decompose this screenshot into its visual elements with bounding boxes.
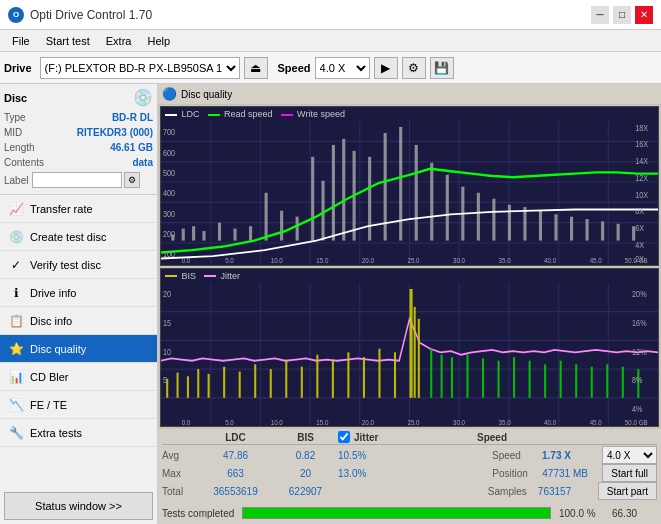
svg-rect-40 [508,205,511,241]
svg-rect-103 [347,352,349,397]
position-value: 47731 MB [542,468,602,479]
title-controls[interactable]: ─ □ ✕ [591,6,653,24]
disc-label-row: Label ⚙ [4,172,153,188]
drive-select[interactable]: (F:) PLEXTOR BD-R PX-LB950SA 1.06 [40,57,240,79]
svg-rect-93 [197,369,199,398]
app-icon: O [8,7,24,23]
svg-rect-106 [394,352,396,397]
eject-button[interactable]: ⏏ [244,57,268,79]
menu-file[interactable]: File [4,33,38,49]
status-extra: 66.30 [612,508,657,519]
svg-text:300: 300 [163,209,176,219]
svg-text:8%: 8% [632,375,643,385]
progress-bar-container [242,507,551,519]
position-label: Position [492,468,542,479]
toolbar: Drive (F:) PLEXTOR BD-R PX-LB950SA 1.06 … [0,52,661,84]
transfer-rate-icon: 📈 [8,201,24,217]
title-bar: O Opti Drive Control 1.70 ─ □ ✕ [0,0,661,30]
sidebar-item-label: Drive info [30,287,76,299]
svg-text:20.0: 20.0 [362,257,374,264]
svg-text:200: 200 [163,230,176,240]
svg-rect-97 [254,364,256,397]
svg-text:16X: 16X [635,140,649,150]
svg-rect-29 [342,139,345,241]
sidebar-item-create-test-disc[interactable]: 💿 Create test disc [0,223,157,251]
svg-rect-100 [301,366,303,397]
save-btn[interactable]: 💾 [430,57,454,79]
svg-rect-36 [446,175,449,241]
max-label: Max [162,468,198,479]
stats-max-row: Max 663 20 13.0% Position 47731 MB Start… [162,464,657,482]
total-ldc: 36553619 [198,486,273,497]
disc-label-btn[interactable]: ⚙ [124,172,140,188]
svg-rect-35 [430,163,433,241]
svg-rect-43 [554,214,557,240]
status-window-button[interactable]: Status window >> [4,492,153,520]
right-panel: 🔵 Disc quality LDC Read speed [158,84,661,524]
sidebar-item-disc-info[interactable]: 📋 Disc info [0,307,157,335]
minimize-button[interactable]: ─ [591,6,609,24]
status-bar: Tests completed 100.0 % 66.30 [158,502,661,524]
sidebar-item-transfer-rate[interactable]: 📈 Transfer rate [0,195,157,223]
svg-text:0.0: 0.0 [182,257,191,264]
sidebar-item-verify-test-disc[interactable]: ✓ Verify test disc [0,251,157,279]
disc-contents-label: Contents [4,156,44,170]
svg-text:25.0: 25.0 [407,257,419,264]
options-btn[interactable]: ⚙ [402,57,426,79]
jitter-checkbox[interactable] [338,431,350,443]
sidebar-item-disc-quality[interactable]: ⭐ Disc quality [0,335,157,363]
svg-rect-38 [477,193,480,241]
svg-text:40.0: 40.0 [544,257,556,264]
svg-rect-113 [466,354,468,397]
svg-text:45.0: 45.0 [590,257,602,264]
svg-rect-118 [544,364,546,397]
svg-rect-17 [182,229,185,241]
sidebar-item-extra-tests[interactable]: 🔧 Extra tests [0,419,157,447]
svg-rect-31 [368,157,371,241]
menu-help[interactable]: Help [139,33,178,49]
svg-text:5.0: 5.0 [225,418,234,425]
svg-rect-47 [617,224,620,241]
start-part-button[interactable]: Start part [598,482,657,500]
svg-rect-33 [399,127,402,241]
maximize-button[interactable]: □ [613,6,631,24]
sidebar-item-cd-bler[interactable]: 📊 CD Bler [0,363,157,391]
disc-title: Disc [4,92,27,104]
close-button[interactable]: ✕ [635,6,653,24]
avg-jitter: 10.5% [338,450,492,461]
svg-rect-41 [523,207,526,240]
svg-text:12%: 12% [632,347,647,357]
svg-rect-44 [570,217,573,241]
speed-select-stats[interactable]: 4.0 X [602,446,657,464]
disc-quality-icon: ⭐ [8,341,24,357]
disc-label-input[interactable] [32,172,122,188]
bis-legend: BIS [165,271,196,281]
svg-text:8X: 8X [635,207,645,217]
svg-rect-107 [410,288,413,397]
svg-text:10: 10 [163,347,172,357]
svg-rect-23 [265,193,268,241]
svg-text:10.0: 10.0 [271,418,283,425]
disc-mid-value: RITEKDR3 (000) [77,126,153,140]
svg-rect-115 [498,360,500,397]
total-bis: 622907 [273,486,338,497]
avg-ldc: 47.86 [198,450,273,461]
sidebar-item-label: Extra tests [30,427,82,439]
svg-rect-39 [492,199,495,241]
svg-text:30.0: 30.0 [453,257,465,264]
sidebar-item-drive-info[interactable]: ℹ Drive info [0,279,157,307]
jitter-legend: Jitter [204,271,240,281]
svg-rect-117 [529,360,531,397]
speed-icon-btn[interactable]: ▶ [374,57,398,79]
sidebar-item-fe-te[interactable]: 📉 FE / TE [0,391,157,419]
svg-rect-21 [233,229,236,241]
menu-start-test[interactable]: Start test [38,33,98,49]
start-full-button[interactable]: Start full [602,464,657,482]
speed-select[interactable]: 4.0 X [315,57,370,79]
svg-rect-94 [208,373,210,397]
svg-text:25.0: 25.0 [407,418,419,425]
create-test-disc-icon: 💿 [8,229,24,245]
disc-info-icon: 📋 [8,313,24,329]
menu-extra[interactable]: Extra [98,33,140,49]
read-speed-legend: Read speed [208,109,273,119]
